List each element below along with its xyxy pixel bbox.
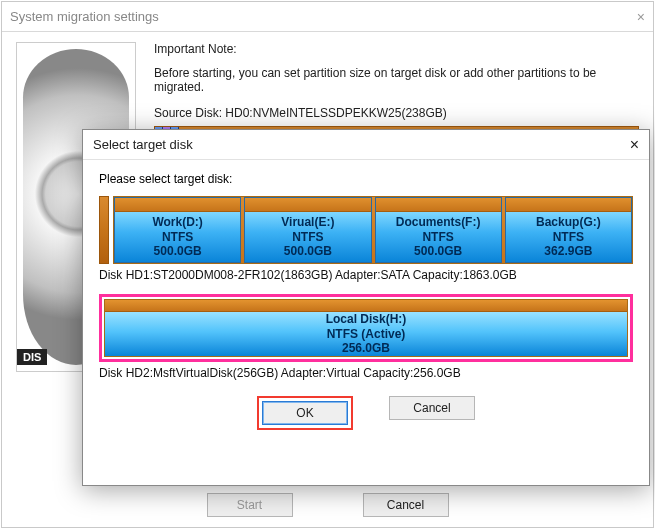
disk-row-selected[interactable]: Local Disk(H:) NTFS (Active) 256.0GB bbox=[99, 294, 633, 362]
close-icon[interactable]: × bbox=[630, 136, 639, 154]
partition-name: Backup(G:) bbox=[536, 215, 601, 229]
partition[interactable]: Documents(F:) NTFS 500.0GB bbox=[375, 197, 502, 263]
ok-button[interactable]: OK bbox=[262, 401, 348, 425]
main-cancel-button[interactable]: Cancel bbox=[363, 493, 449, 517]
partition-fs: NTFS bbox=[292, 230, 323, 244]
partition-size: 362.9GB bbox=[544, 244, 592, 258]
partition-size: 500.0GB bbox=[414, 244, 462, 258]
disk-partitions: Local Disk(H:) NTFS (Active) 256.0GB bbox=[104, 299, 628, 357]
partition[interactable]: Backup(G:) NTFS 362.9GB bbox=[505, 197, 632, 263]
main-title: System migration settings bbox=[10, 9, 159, 24]
partition-name: Local Disk(H:) bbox=[326, 312, 407, 326]
ok-button-highlight: OK bbox=[257, 396, 353, 430]
partition-size: 256.0GB bbox=[342, 341, 390, 355]
close-icon[interactable]: × bbox=[637, 9, 645, 25]
partition-name: Work(D:) bbox=[152, 215, 202, 229]
dialog-title: Select target disk bbox=[93, 137, 193, 152]
partition-name: Documents(F:) bbox=[396, 215, 481, 229]
main-titlebar: System migration settings × bbox=[2, 2, 653, 32]
partition[interactable]: Work(D:) NTFS 500.0GB bbox=[114, 197, 241, 263]
disk-header-strip bbox=[99, 196, 109, 264]
disk-row[interactable]: Work(D:) NTFS 500.0GB Virual(E:) NTFS 50… bbox=[99, 196, 633, 264]
select-target-disk-dialog: Select target disk × Please select targe… bbox=[82, 129, 650, 486]
dialog-prompt: Please select target disk: bbox=[99, 172, 633, 186]
partition-name: Virual(E:) bbox=[281, 215, 334, 229]
disk-info: Disk HD1:ST2000DM008-2FR102(1863GB) Adap… bbox=[99, 268, 633, 282]
important-note-text: Before starting, you can set partition s… bbox=[154, 66, 639, 94]
partition-fs: NTFS bbox=[422, 230, 453, 244]
hdd-label: DIS bbox=[17, 349, 47, 365]
partition-size: 500.0GB bbox=[154, 244, 202, 258]
partition-fs: NTFS (Active) bbox=[327, 327, 406, 341]
partition-fs: NTFS bbox=[553, 230, 584, 244]
source-disk-label: Source Disk: HD0:NVMeINTELSSDPEKKW25(238… bbox=[154, 106, 639, 120]
partition[interactable]: Virual(E:) NTFS 500.0GB bbox=[244, 197, 371, 263]
start-button[interactable]: Start bbox=[207, 493, 293, 517]
partition-fs: NTFS bbox=[162, 230, 193, 244]
dialog-titlebar: Select target disk × bbox=[83, 130, 649, 160]
dialog-cancel-button[interactable]: Cancel bbox=[389, 396, 475, 420]
important-note-title: Important Note: bbox=[154, 42, 639, 56]
disk-info: Disk HD2:MsftVirtualDisk(256GB) Adapter:… bbox=[99, 366, 633, 380]
disk-partitions: Work(D:) NTFS 500.0GB Virual(E:) NTFS 50… bbox=[113, 196, 633, 264]
partition-size: 500.0GB bbox=[284, 244, 332, 258]
